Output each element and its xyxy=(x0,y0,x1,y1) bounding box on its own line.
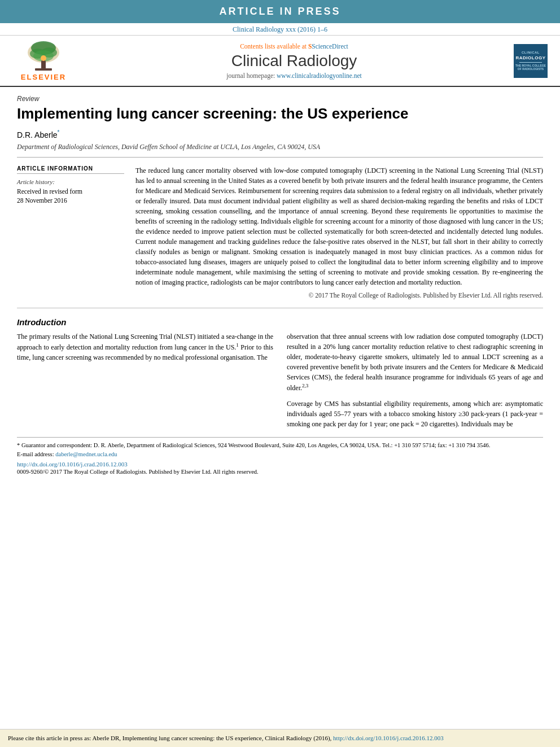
received-label: Received in revised form xyxy=(17,187,124,196)
copyright-text: © 2017 The Royal College of Radiologists… xyxy=(135,292,543,299)
svg-rect-6 xyxy=(41,60,46,69)
sciencedirect-prefix: Contents lists available at xyxy=(240,43,308,50)
footnote-area: * Guarantor and correspondent: D. R. Abe… xyxy=(17,437,543,459)
email-label: E-mail address: xyxy=(17,451,55,457)
section-label: Review xyxy=(17,95,543,103)
received-date: 28 November 2016 xyxy=(17,196,124,205)
intro-right-col: observation that three annual screens wi… xyxy=(287,331,543,429)
author-sup: * xyxy=(58,129,60,136)
author-name: D.R. Aberle* xyxy=(17,129,543,139)
citation-doi-link[interactable]: http://dx.doi.org/10.1016/j.crad.2016.12… xyxy=(333,735,444,741)
intro-left-col: The primary results of the National Lung… xyxy=(17,331,273,429)
email-line: E-mail address: daberle@mednet.ucla.edu xyxy=(17,450,543,459)
introduction-two-col: The primary results of the National Lung… xyxy=(17,331,543,429)
journal-center: Contents lists available at SScienceDire… xyxy=(80,43,508,79)
elsevier-logo: ELSEVIER xyxy=(7,40,80,81)
doi-line: http://dx.doi.org/10.1016/j.crad.2016.12… xyxy=(17,461,543,468)
sciencedirect-link[interactable]: SScienceDirect xyxy=(308,43,348,50)
email-link[interactable]: daberle@mednet.ucla.edu xyxy=(55,451,117,457)
abstract-text: The reduced lung cancer mortality observ… xyxy=(135,165,543,287)
abstract-column: The reduced lung cancer mortality observ… xyxy=(135,165,543,299)
journal-title: Clinical Radiology xyxy=(80,52,508,70)
elsevier-tree-icon xyxy=(18,40,69,73)
section-divider xyxy=(17,308,543,308)
introduction-heading: Introduction xyxy=(17,317,543,327)
banner-text: ARTICLE IN PRESS xyxy=(219,6,340,17)
radiology-logo-box: CLINICAL RADIOLOGY THE ROYAL COLLEGE OF … xyxy=(514,44,548,78)
article-in-press-banner: ARTICLE IN PRESS xyxy=(0,0,560,23)
homepage-prefix: journal homepage: xyxy=(226,72,277,79)
issn-line: 0009-9260/© 2017 The Royal College of Ra… xyxy=(17,469,543,475)
introduction-section: Introduction The primary results of the … xyxy=(17,317,543,429)
svg-rect-8 xyxy=(35,68,52,71)
journal-citation: Clinical Radiology xxx (2016) 1–6 xyxy=(233,25,327,33)
svg-point-7 xyxy=(41,55,46,61)
article-info-header: ARTICLE INFORMATION xyxy=(17,165,124,174)
journal-info-bar: Clinical Radiology xxx (2016) 1–6 xyxy=(0,23,560,36)
intro-right-text-2: Coverage by CMS has substantial eligibil… xyxy=(287,399,543,429)
affiliation: Department of Radiological Sciences, Dav… xyxy=(17,143,543,158)
article-info-abstract-section: ARTICLE INFORMATION Article history: Rec… xyxy=(17,165,543,299)
elsevier-label-text: ELSEVIER xyxy=(21,73,66,81)
homepage-url[interactable]: www.clinicalradiologyonline.net xyxy=(277,72,362,79)
article-history-label: Article history: xyxy=(17,178,124,185)
article-info-column: ARTICLE INFORMATION Article history: Rec… xyxy=(17,165,124,299)
citation-text: Please cite this article in press as: Ab… xyxy=(8,735,444,741)
guarantor-footnote: * Guarantor and correspondent: D. R. Abe… xyxy=(17,441,543,450)
journal-header: ELSEVIER Contents lists available at SSc… xyxy=(0,36,560,87)
radiology-logo: CLINICAL RADIOLOGY THE ROYAL COLLEGE OF … xyxy=(508,44,553,78)
sciencedirect-line: Contents lists available at SScienceDire… xyxy=(80,43,508,50)
article-title: Implementing lung cancer screening: the … xyxy=(17,105,543,123)
doi-url[interactable]: http://dx.doi.org/10.1016/j.crad.2016.12… xyxy=(17,461,128,468)
main-content: Review Implementing lung cancer screenin… xyxy=(0,87,560,483)
intro-right-text: observation that three annual screens wi… xyxy=(287,331,543,393)
citation-bar: Please cite this article in press as: Ab… xyxy=(0,729,560,747)
journal-homepage-line: journal homepage: www.clinicalradiologyo… xyxy=(80,72,508,79)
intro-left-text: The primary results of the National Lung… xyxy=(17,331,273,362)
